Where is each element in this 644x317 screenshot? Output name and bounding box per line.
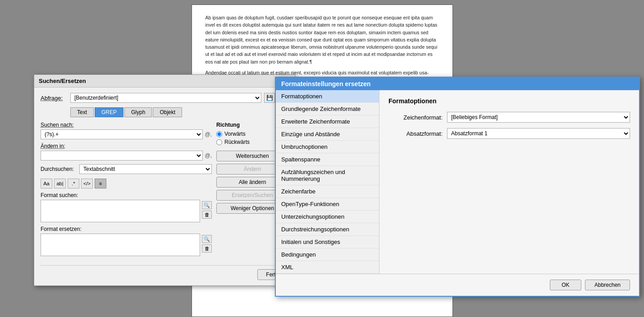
- suchen-input[interactable]: (?s).+: [41, 129, 203, 139]
- aendern-at-button[interactable]: @,: [205, 152, 212, 159]
- format-list-item-11[interactable]: Initialen und Sonstiges: [276, 236, 379, 248]
- format-list-item-0[interactable]: Formatoptionen: [276, 90, 379, 103]
- abfrage-select[interactable]: [Benutzerdefiniert]: [70, 93, 261, 103]
- format-list-item-2[interactable]: Erweiterte Zeichenformate: [276, 115, 379, 128]
- search-option-icons: Aa ab| .* </> ≡: [41, 179, 212, 188]
- tab-text[interactable]: Text: [70, 107, 94, 117]
- rueckwaerts-radio[interactable]: [216, 139, 222, 145]
- suchen-at-button[interactable]: @,: [205, 131, 212, 138]
- format-ersetzen-box: [41, 234, 200, 256]
- absatzformat-select[interactable]: Absatzformat 1: [447, 128, 630, 139]
- format-suchen-search-icon[interactable]: 🔍: [202, 201, 212, 209]
- format-dialog-title: Formateinstellungen ersetzen: [276, 78, 639, 90]
- format-suchen-title: Format suchen:: [41, 192, 212, 198]
- format-ersetzen-delete-icon[interactable]: 🗑: [202, 244, 212, 253]
- such-dialog-title: Suchen/Ersetzen: [34, 75, 295, 87]
- rueckwaerts-label: Rückwärts: [224, 139, 250, 145]
- format-list-item-4[interactable]: Umbruchoptionen: [276, 141, 379, 153]
- save-query-button[interactable]: 💾: [264, 93, 275, 103]
- format-list-item-5[interactable]: Spaltenspanne: [276, 153, 379, 166]
- format-list-item-3[interactable]: Einzüge und Abstände: [276, 128, 379, 141]
- ignore-markup-icon[interactable]: </>: [81, 179, 93, 188]
- format-ersetzen-search-icon[interactable]: 🔍: [202, 235, 212, 243]
- format-list-item-1[interactable]: Grundlegende Zeichenformate: [276, 103, 379, 115]
- vorwaerts-label: Vorwärts: [224, 131, 246, 137]
- format-suchen-delete-icon[interactable]: 🗑: [202, 211, 212, 219]
- aendern-input[interactable]: [41, 151, 203, 161]
- ok-button[interactable]: OK: [550, 280, 581, 290]
- absatzformat-label: Absatzformat:: [388, 130, 443, 137]
- format-dialog-footer: OK Abbrechen: [276, 274, 639, 296]
- tab-grep[interactable]: GREP: [95, 107, 123, 117]
- tab-objekt[interactable]: Objekt: [153, 107, 182, 117]
- case-sensitive-icon[interactable]: Aa: [41, 179, 52, 188]
- format-suchen-box: [41, 200, 200, 222]
- format-right-title: Formatoptionen: [388, 97, 630, 105]
- format-right-panel: Formatoptionen Zeichenformat: [Beliebige…: [379, 90, 639, 274]
- format-dialog: Formateinstellungen ersetzen Formatoptio…: [275, 77, 640, 297]
- format-list: Formatoptionen Grundlegende Zeichenforma…: [276, 90, 379, 274]
- aendern-label: Ändern in:: [41, 143, 65, 149]
- such-ersetzen-dialog: Suchen/Ersetzen Abfrage: [Benutzerdefini…: [34, 74, 295, 286]
- vorwaerts-radio[interactable]: [216, 131, 222, 137]
- suchen-label: Suchen nach:: [41, 122, 73, 128]
- doc-text-1: Ab ipsam quas de doluptum fugit, cusdaer…: [206, 14, 439, 65]
- format-list-item-13[interactable]: XML: [276, 261, 379, 274]
- abbrechen-button[interactable]: Abbrechen: [585, 280, 630, 290]
- format-ersetzen-title: Format ersetzen:: [41, 226, 212, 232]
- regexp-icon[interactable]: .*: [68, 179, 79, 188]
- format-list-item-10[interactable]: Durchstreichungsoptionen: [276, 223, 379, 236]
- durchsuchen-select[interactable]: Textabschnitt: [79, 164, 212, 174]
- durchsuchen-label: Durchsuchen:: [41, 166, 77, 172]
- zeichenformat-select[interactable]: [Beliebiges Format]: [447, 112, 630, 123]
- tab-row: Text GREP Glyph Objekt: [70, 107, 288, 117]
- format-list-item-8[interactable]: OpenType-Funktionen: [276, 198, 379, 211]
- format-list-item-9[interactable]: Unterzeichungsoptionen: [276, 211, 379, 223]
- format-search-icon[interactable]: ≡: [95, 179, 106, 188]
- zeichenformat-label: Zeichenformat:: [388, 114, 443, 121]
- format-list-item-12[interactable]: Bedingungen: [276, 248, 379, 261]
- tab-glyph[interactable]: Glyph: [124, 107, 152, 117]
- format-list-item-7[interactable]: Zeichenfarbe: [276, 185, 379, 198]
- format-list-item-6[interactable]: Aufzählungszeichen und Nummerierung: [276, 166, 379, 185]
- whole-word-icon[interactable]: ab|: [54, 179, 66, 188]
- abfrage-label: Abfrage:: [41, 95, 68, 101]
